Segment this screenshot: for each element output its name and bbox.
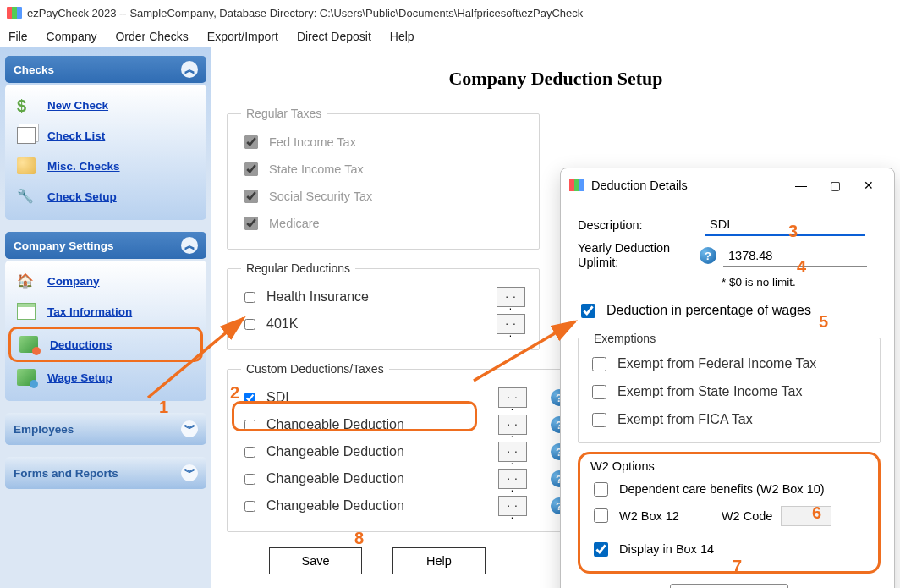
w2-code-label: W2 Code: [722, 509, 772, 523]
label: Exempt from State Income Tax: [617, 384, 802, 399]
menu-order-checks[interactable]: Order Checks: [115, 30, 188, 43]
window-title: ezPayCheck 2023 -- SampleCompany, Databa…: [27, 7, 583, 19]
edit-custom2-button[interactable]: . . .: [498, 415, 527, 435]
menu-file[interactable]: File: [8, 30, 28, 43]
deductions-icon: [19, 336, 38, 353]
edit-custom4-button[interactable]: . . .: [498, 469, 527, 489]
cb-custom2[interactable]: [244, 420, 255, 431]
custom-deductions-group: Custom Deductions/Taxes SDI. . .? Change…: [227, 362, 582, 532]
save-button[interactable]: Save: [269, 547, 362, 574]
label: SDI: [266, 390, 289, 405]
cb-state-income: [244, 162, 258, 176]
menu-help[interactable]: Help: [390, 30, 414, 43]
regular-taxes-group: Regular Taxes Fed Income Tax State Incom…: [227, 107, 540, 250]
app-icon: [7, 7, 22, 19]
panel-forms-title: Forms and Reports: [14, 467, 118, 480]
menu-export-import[interactable]: Export/Import: [207, 30, 278, 43]
label: Dependent care benefits (W2 Box 10): [619, 482, 825, 496]
collapse-icon[interactable]: ︽: [181, 61, 198, 78]
cb-dep-care[interactable]: [594, 482, 608, 497]
description-label: Description:: [578, 218, 705, 232]
dollar-icon: [17, 96, 36, 113]
label: Changeable Deduction: [266, 417, 404, 432]
sidebar-item-company[interactable]: Company: [8, 266, 203, 296]
help-icon[interactable]: ?: [700, 247, 716, 264]
minimize-button[interactable]: —: [784, 173, 818, 198]
panel-checks: Checks ︽ New Check Check List Misc. Chec…: [5, 56, 206, 220]
menu-direct-deposit[interactable]: Direct Deposit: [297, 30, 371, 43]
expand-icon[interactable]: ︾: [181, 464, 198, 481]
collapse-icon[interactable]: ︽: [181, 237, 198, 254]
nav-label: Tax Information: [47, 305, 132, 318]
sidebar: Checks ︽ New Check Check List Misc. Chec…: [0, 47, 211, 588]
cb-sdi[interactable]: [244, 393, 255, 404]
label: Changeable Deduction: [266, 498, 404, 514]
wrench-icon: [17, 188, 36, 205]
label: Display in Box 14: [619, 542, 714, 556]
edit-401k-button[interactable]: . . .: [497, 314, 525, 334]
copy-icon: [17, 127, 36, 144]
maximize-button[interactable]: ▢: [818, 173, 852, 198]
edit-custom3-button[interactable]: . . .: [498, 442, 527, 462]
regular-deductions-group: Regular Deductions Health Insurance. . .…: [227, 261, 540, 350]
cb-exempt-fica[interactable]: [592, 413, 606, 427]
cb-401k[interactable]: [244, 319, 255, 330]
panel-employees[interactable]: Employees ︾: [5, 413, 206, 445]
description-input[interactable]: [705, 214, 865, 236]
exemptions-group: Exemptions Exempt from Federal Income Ta…: [578, 332, 881, 443]
window-titlebar: ezPayCheck 2023 -- SampleCompany, Databa…: [0, 0, 900, 25]
panel-company-header[interactable]: Company Settings ︽: [5, 232, 206, 259]
panel-checks-header[interactable]: Checks ︽: [5, 56, 206, 83]
label: Changeable Deduction: [266, 444, 404, 459]
w2-code-input[interactable]: [781, 506, 831, 526]
label: W2 Box 12: [619, 509, 679, 523]
label: Medicare: [269, 217, 320, 230]
w2-legend: W2 Options: [590, 459, 868, 473]
label: 401K: [266, 316, 298, 332]
cb-health[interactable]: [244, 292, 255, 303]
cb-percentage[interactable]: [581, 304, 595, 318]
exemptions-legend: Exemptions: [589, 332, 661, 345]
sidebar-item-tax-info[interactable]: Tax Information: [8, 296, 203, 327]
sidebar-item-new-check[interactable]: New Check: [8, 90, 203, 120]
edit-sdi-button[interactable]: . . .: [498, 387, 527, 408]
dialog-titlebar: Deduction Details — ▢ ✕: [561, 168, 894, 202]
close-button[interactable]: ✕: [852, 173, 886, 198]
sidebar-item-check-list[interactable]: Check List: [8, 120, 203, 151]
nav-label: Company: [47, 275, 100, 288]
dialog-save-button[interactable]: Save: [670, 584, 788, 588]
sidebar-item-deductions[interactable]: Deductions: [8, 327, 203, 362]
label: Social Security Tax: [269, 190, 372, 203]
edit-health-button[interactable]: . . .: [497, 287, 525, 307]
panel-company-settings: Company Settings ︽ Company Tax Informati…: [5, 232, 206, 401]
dialog-title: Deduction Details: [591, 179, 784, 192]
cb-fed-income: [244, 135, 258, 149]
cb-ss-tax: [244, 190, 258, 203]
sidebar-item-misc-checks[interactable]: Misc. Checks: [8, 151, 203, 181]
menu-company[interactable]: Company: [47, 30, 97, 43]
edit-custom5-button[interactable]: . . .: [498, 496, 527, 516]
cb-custom4[interactable]: [244, 474, 255, 485]
cb-exempt-state[interactable]: [592, 385, 606, 399]
sidebar-item-check-setup[interactable]: Check Setup: [8, 181, 203, 212]
cb-w2-box12[interactable]: [594, 508, 608, 523]
label: State Income Tax: [269, 162, 364, 176]
panel-forms-reports[interactable]: Forms and Reports ︾: [5, 457, 206, 489]
help-button[interactable]: Help: [392, 547, 486, 574]
uplimit-input[interactable]: [723, 245, 867, 267]
panel-employees-title: Employees: [14, 423, 74, 436]
sidebar-item-wage-setup[interactable]: Wage Setup: [8, 362, 203, 393]
regular-deductions-legend: Regular Deductions: [241, 261, 355, 275]
panel-company-title: Company Settings: [14, 239, 114, 252]
nav-label: Misc. Checks: [47, 160, 120, 173]
cb-custom5[interactable]: [244, 501, 255, 512]
regular-taxes-legend: Regular Taxes: [241, 107, 327, 120]
house-icon: [17, 272, 36, 289]
label: Exempt from Federal Income Tax: [617, 356, 816, 371]
cb-box14[interactable]: [594, 542, 608, 557]
cb-custom3[interactable]: [244, 447, 255, 458]
cb-medicare: [244, 217, 258, 230]
cb-exempt-fed[interactable]: [592, 357, 606, 371]
expand-icon[interactable]: ︾: [181, 420, 198, 437]
app-icon: [569, 179, 584, 191]
